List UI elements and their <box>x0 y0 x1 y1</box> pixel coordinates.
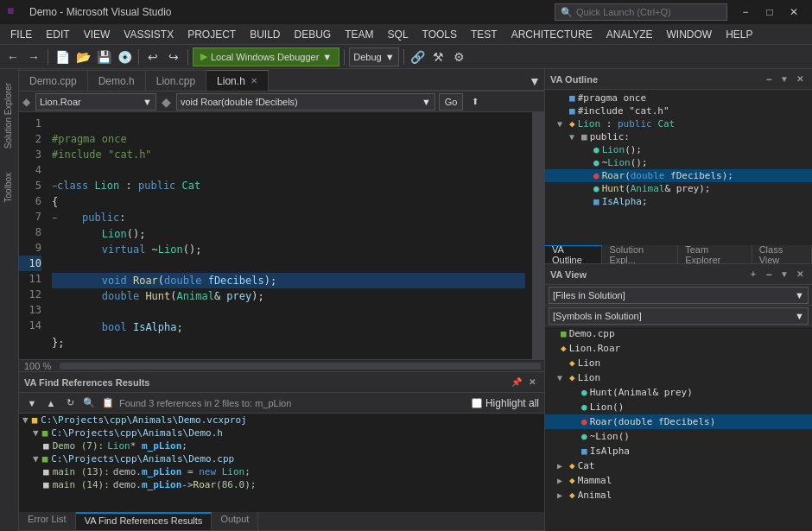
highlight-all-checkbox[interactable] <box>472 398 482 408</box>
va-view-dropdown-btn[interactable]: ▼ <box>777 268 791 281</box>
va-outline-close[interactable]: ✕ <box>793 73 807 86</box>
toolbox-tab[interactable]: Toolbox <box>2 169 17 205</box>
solution-explorer-tab[interactable]: Solution Explorer <box>2 79 17 152</box>
tab-list-button[interactable]: ▼ <box>525 72 544 91</box>
ref-main-14[interactable]: ■ main (14): demo.m_pLion->Roar(86.0); <box>19 478 544 491</box>
tab-demo-h[interactable]: Demo.h <box>88 70 146 91</box>
menu-view[interactable]: VIEW <box>77 24 117 45</box>
class-dropdown[interactable]: Lion.Roar ▼ <box>35 93 156 111</box>
va-find-refs-tab[interactable]: VA Find References Results <box>76 512 213 530</box>
open-button[interactable]: 📂 <box>73 47 92 66</box>
va-view-dtor[interactable]: ● ~Lion() <box>545 429 812 444</box>
va-view-roar[interactable]: ● Roar(double fDecibels) <box>545 414 812 429</box>
save-button[interactable]: 💾 <box>94 47 113 66</box>
ref-file-h[interactable]: ▼ ■ C:\Projects\cpp\Animals\Demo.h <box>19 427 544 439</box>
va-view-lion-ctor[interactable]: ● Lion() <box>545 400 812 414</box>
va-view-isalpha[interactable]: ■ IsAlpha <box>545 444 812 458</box>
maximize-button[interactable]: □ <box>758 3 781 21</box>
forward-button[interactable]: → <box>24 47 43 66</box>
tab-lion-h[interactable]: Lion.h ✕ <box>206 70 269 91</box>
menu-project[interactable]: PROJECT <box>181 24 243 45</box>
va-outline-tab[interactable]: VA Outline <box>545 245 602 263</box>
menu-analyze[interactable]: ANALYZE <box>599 24 660 45</box>
menu-build[interactable]: BUILD <box>243 24 287 45</box>
outline-class[interactable]: ▼ ◆ Lion : public Cat <box>545 117 812 130</box>
va-outline-pin[interactable]: ‒ <box>762 73 776 86</box>
menu-window[interactable]: WINDOW <box>660 24 720 45</box>
ref-file-cpp[interactable]: ▼ ■ C:\Projects\cpp\Animals\Demo.cpp <box>19 452 544 465</box>
search-refs-button[interactable]: 🔍 <box>81 395 97 411</box>
outline-pragma[interactable]: ■ #pragma once <box>545 92 812 104</box>
outline-isalpha[interactable]: ■ IsAlpha; <box>545 195 812 208</box>
menu-help[interactable]: HELP <box>719 24 759 45</box>
va-view-mammal[interactable]: ▶ ◆ Mammal <box>545 473 812 488</box>
find-refs-content[interactable]: ▼ ■ C:\Projects\cpp\Animals\Demo.vcxproj… <box>19 414 544 512</box>
menu-debug[interactable]: DEBUG <box>288 24 339 45</box>
tab-lion-cpp[interactable]: Lion.cpp <box>146 70 206 91</box>
close-panel-button[interactable]: ✕ <box>525 376 539 389</box>
redo-button[interactable]: ↪ <box>164 47 183 66</box>
tab-demo-cpp[interactable]: Demo.cpp <box>19 70 88 91</box>
va-view-close[interactable]: ✕ <box>793 268 807 281</box>
debug-run-button[interactable]: ▶ Local Windows Debugger ▼ <box>193 47 339 66</box>
properties-button[interactable]: ⚙ <box>450 47 469 66</box>
tab-close-icon[interactable]: ✕ <box>251 76 257 85</box>
pin-button[interactable]: 📌 <box>510 376 523 389</box>
error-list-tab[interactable]: Error List <box>19 512 76 530</box>
outline-dtor[interactable]: ● ~Lion(); <box>545 156 812 169</box>
va-outline-content[interactable]: ■ #pragma once ■ #include "cat.h" ▼ ◆ Li… <box>545 90 812 245</box>
solution-explorer-tab-btn[interactable]: Solution Expl... <box>602 245 678 263</box>
va-view-cat[interactable]: ▶ ◆ Cat <box>545 458 812 473</box>
horizontal-scroll[interactable]: 100 % <box>19 359 544 371</box>
go-button[interactable]: Go <box>439 93 463 111</box>
va-view-content[interactable]: ■ Demo.cpp ◆ Lion.Roar ◆ Lion ▼ <box>545 326 812 531</box>
menu-team[interactable]: TEAM <box>338 24 380 45</box>
back-button[interactable]: ← <box>3 47 22 66</box>
outline-include[interactable]: ■ #include "cat.h" <box>545 104 812 117</box>
minimize-button[interactable]: − <box>734 3 757 21</box>
outline-roar[interactable]: ● Roar(double fDecibels); <box>545 169 812 182</box>
method-dropdown[interactable]: void Roar(double fDecibels) ▼ <box>176 93 435 111</box>
menu-test[interactable]: TEST <box>464 24 504 45</box>
va-view-files-dropdown[interactable]: [Files in Solution] ▼ <box>549 287 809 304</box>
va-view-symbols-dropdown[interactable]: [Symbols in Solution] ▼ <box>549 307 809 325</box>
save-all-button[interactable]: 💿 <box>115 47 134 66</box>
debug-config-dropdown[interactable]: Debug ▼ <box>349 47 398 66</box>
va-view-lion-class[interactable]: ◆ Lion <box>545 356 812 370</box>
undo-button[interactable]: ↩ <box>143 47 162 66</box>
prev-result-button[interactable]: ▼ <box>24 395 40 411</box>
menu-file[interactable]: FILE <box>3 24 39 45</box>
va-outline-dropdown[interactable]: ▼ <box>777 73 791 86</box>
va-view-pin[interactable]: ‒ <box>762 268 776 281</box>
h-scrollbar-track[interactable] <box>60 363 541 370</box>
toolbox-button[interactable]: ⚒ <box>429 47 448 66</box>
va-view-add[interactable]: + <box>746 268 760 281</box>
menu-vassistx[interactable]: VASSISTX <box>117 24 181 45</box>
va-view-animal[interactable]: ▶ ◆ Animal <box>545 488 812 503</box>
close-button[interactable]: ✕ <box>783 3 805 21</box>
next-result-button[interactable]: ▲ <box>43 395 59 411</box>
va-view-lion-expanded[interactable]: ▼ ◆ Lion <box>545 370 812 385</box>
ref-demo-7[interactable]: ■ Demo (7): Lion* m_pLion; <box>19 439 544 452</box>
team-explorer-tab-btn[interactable]: Team Explorer <box>678 245 752 263</box>
attach-button[interactable]: 🔗 <box>409 47 428 66</box>
code-content[interactable]: 1 2 3 4 5 6 7 8 9 10 11 12 13 14 <box>19 112 544 359</box>
refresh-button[interactable]: ↻ <box>62 395 78 411</box>
menu-tools[interactable]: TOOLS <box>416 24 464 45</box>
outline-public[interactable]: ▼ ■ public: <box>545 130 812 143</box>
nav-expand-button[interactable]: ⬆ <box>466 93 484 111</box>
menu-edit[interactable]: EDIT <box>39 24 76 45</box>
va-view-demo-cpp[interactable]: ■ Demo.cpp <box>545 326 812 341</box>
outline-hunt[interactable]: ● Hunt(Animal& prey); <box>545 182 812 195</box>
vertical-scrollbar[interactable] <box>532 112 544 359</box>
copy-results-button[interactable]: 📋 <box>100 395 116 411</box>
new-file-button[interactable]: 📄 <box>53 47 72 66</box>
menu-architecture[interactable]: ARCHITECTURE <box>504 24 599 45</box>
ref-main-13[interactable]: ■ main (13): demo.m_pLion = new Lion; <box>19 465 544 478</box>
ref-path-item[interactable]: ▼ ■ C:\Projects\cpp\Animals\Demo.vcxproj <box>19 414 544 427</box>
code-editor[interactable]: #pragma once #include "cat.h" −class Lio… <box>45 112 532 359</box>
outline-ctor[interactable]: ● Lion(); <box>545 143 812 156</box>
va-view-lion-roar[interactable]: ◆ Lion.Roar <box>545 341 812 356</box>
menu-sql[interactable]: SQL <box>381 24 416 45</box>
quick-launch[interactable]: 🔍 Quick Launch (Ctrl+Q) <box>555 3 727 21</box>
